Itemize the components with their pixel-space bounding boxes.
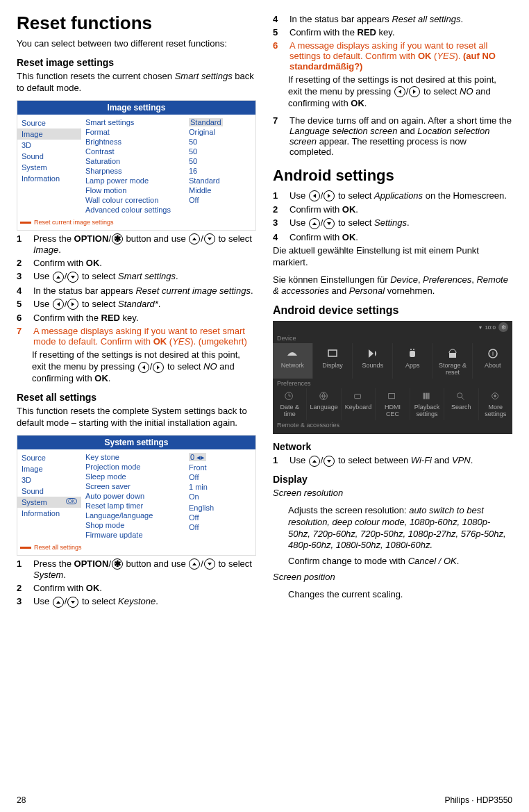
heading-network: Network — [273, 441, 512, 452]
menu-item: Lamp power mode — [85, 176, 189, 185]
menu-item: Sharpness — [85, 166, 189, 176]
up-icon — [309, 456, 320, 467]
menu-value: Original — [189, 127, 251, 137]
menu-value: Off — [189, 472, 251, 482]
menu-value: 0 ◂▸ — [189, 452, 251, 463]
menu-item: Contrast — [85, 147, 189, 156]
menu-item: Firmware update — [85, 530, 189, 540]
panel-title: Image settings — [17, 101, 255, 115]
svg-point-16 — [494, 395, 496, 398]
menu-item: Saturation — [85, 156, 189, 166]
step: Confirm with OK. — [33, 258, 256, 268]
svg-text:i: i — [492, 350, 494, 357]
menu-value: Off — [189, 522, 251, 532]
step: Use / to select Standard*. — [33, 299, 256, 310]
menu-value: English — [189, 503, 251, 513]
menu-nav-item: SystemOK — [17, 497, 81, 508]
p-screen-position: Changes the current scaling. — [288, 589, 512, 601]
svg-point-14 — [457, 393, 462, 398]
up-icon — [189, 558, 200, 570]
step: In the status bar appears Reset current … — [33, 285, 256, 296]
menu-nav-item: 3D — [17, 474, 81, 486]
menu-nav-item: Sound — [17, 486, 81, 497]
down-icon — [324, 218, 335, 229]
left-icon — [53, 299, 64, 310]
down-icon — [324, 456, 335, 467]
menu-nav-item: Information — [17, 508, 81, 519]
p-screen-resolution-confirm: Confirm change to mode with Cancel / OK. — [288, 556, 512, 567]
android-screenshot: ▾10:0⚙ Device NetworkDisplaySoundsAppsSt… — [273, 321, 512, 434]
subhead-screen-resolution: Screen resolution — [273, 488, 512, 499]
step: Confirm with OK. — [289, 232, 512, 242]
menu-value — [189, 205, 251, 206]
page-number: 28 — [17, 795, 26, 805]
left-icon — [309, 190, 320, 201]
model: Philips · HDP3550 — [445, 795, 512, 805]
menu-value: Standard — [189, 117, 251, 127]
menu-item: Wall colour correction — [85, 195, 189, 205]
android-tile: Storage & reset — [433, 343, 473, 379]
step: Confirm with OK. — [33, 583, 256, 593]
menu-value: 50 — [189, 137, 251, 147]
right-icon — [324, 190, 335, 201]
panel-foot: Reset all settings — [17, 542, 255, 555]
svg-rect-13 — [428, 393, 430, 399]
subhead-screen-position: Screen position — [273, 572, 512, 583]
heading-reset-all: Reset all settings — [17, 392, 256, 403]
svg-rect-0 — [328, 350, 337, 356]
heading-display: Display — [273, 474, 512, 485]
menu-nav-item: System — [17, 162, 81, 173]
android-tile: Network — [273, 343, 313, 379]
menu-value: Off — [189, 195, 251, 205]
svg-point-2 — [410, 349, 412, 350]
down-icon — [204, 558, 215, 570]
android-tile: Language — [307, 388, 341, 420]
heading-reset-image: Reset image settings — [17, 57, 256, 68]
menu-nav-item: Image — [17, 463, 81, 474]
svg-rect-12 — [426, 393, 428, 399]
menu-item: Language/language — [85, 511, 189, 520]
menu-value: On — [189, 492, 251, 502]
step: The device turns off and on again. After… — [289, 115, 512, 157]
menu-item: Smart settings — [85, 117, 189, 127]
svg-rect-1 — [410, 351, 415, 357]
gear-icon — [112, 558, 123, 570]
svg-rect-4 — [449, 353, 456, 358]
menu-item: Screen saver — [85, 481, 189, 491]
menu-item: Key stone — [85, 452, 189, 462]
svg-rect-9 — [355, 395, 361, 399]
menu-nav-item: Image — [17, 129, 81, 140]
menu-item: Brightness — [85, 137, 189, 147]
right-icon — [409, 86, 420, 97]
android-tile: HDMI CEC — [376, 388, 410, 420]
panel-title: System settings — [17, 436, 255, 449]
step-note: If resetting of the settings is not desi… — [288, 74, 512, 110]
up-icon — [189, 233, 200, 245]
menu-value: 50 — [189, 156, 251, 166]
intro: You can select between two different res… — [17, 38, 256, 50]
step-note: If resetting of the settings is not desi… — [32, 349, 256, 385]
menu-item: Auto power down — [85, 491, 189, 501]
gear-icon: ⚙ — [498, 322, 508, 332]
step: In the status bar appears Reset all sett… — [289, 14, 512, 24]
menu-value: Middle — [189, 185, 251, 195]
left-icon — [138, 362, 149, 373]
step: Use / to select between Wi-Fi and VPN. — [289, 455, 512, 467]
wifi-icon: ▾ — [479, 324, 482, 331]
menu-value: Standard — [189, 176, 251, 185]
heading-android-device: Android device settings — [273, 304, 512, 317]
menu-nav-item: Source — [17, 117, 81, 129]
android-tile: Search — [444, 388, 478, 420]
android-tile: iAbout — [473, 343, 512, 379]
android-tile: Keyboard — [342, 388, 376, 420]
android-tile: Apps — [393, 343, 433, 379]
menu-item: Projection mode — [85, 462, 189, 472]
svg-rect-10 — [389, 394, 395, 399]
menu-item: Flow motion — [85, 185, 189, 195]
menu-value: 1 min — [189, 482, 251, 492]
heading-reset-functions: Reset functions — [17, 13, 256, 34]
p-screen-resolution: Adjusts the screen resolution: auto swit… — [288, 505, 512, 552]
step: Use / to select Settings. — [289, 217, 512, 229]
menu-value: Off — [189, 513, 251, 522]
menu-item: Sleep mode — [85, 472, 189, 481]
